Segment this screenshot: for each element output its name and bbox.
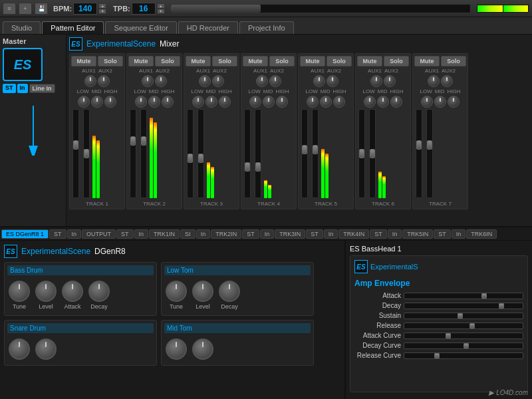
btab-st6[interactable]: ST bbox=[434, 229, 451, 239]
bpm-down[interactable]: ▼ bbox=[98, 9, 106, 14]
high-knob-7[interactable] bbox=[448, 96, 460, 108]
mid-knob-4[interactable] bbox=[263, 96, 275, 108]
btab-in2[interactable]: In bbox=[134, 229, 149, 239]
aux1-knob-3[interactable] bbox=[199, 75, 211, 87]
bpm-up[interactable]: ▲ bbox=[98, 3, 106, 9]
mid-knob-2[interactable] bbox=[148, 96, 160, 108]
aux1-knob-2[interactable] bbox=[142, 75, 154, 87]
tpb-up[interactable]: ▲ bbox=[157, 3, 165, 9]
mute-btn-6[interactable]: Mute bbox=[357, 56, 382, 66]
low-knob-4[interactable] bbox=[249, 96, 261, 108]
save-icon[interactable]: 💾 bbox=[35, 3, 48, 15]
mute-btn-3[interactable]: Mute bbox=[186, 56, 211, 66]
low-knob-5[interactable] bbox=[307, 96, 319, 108]
env-decay-curve-slider[interactable] bbox=[404, 342, 523, 349]
aux2-knob-6[interactable] bbox=[384, 75, 396, 87]
solo-btn-2[interactable]: Solo bbox=[155, 56, 180, 66]
mid-knob-6[interactable] bbox=[377, 96, 389, 108]
btab-in6[interactable]: In bbox=[388, 229, 402, 239]
new-icon[interactable]: + bbox=[19, 3, 32, 15]
mid-knob-7[interactable] bbox=[434, 96, 446, 108]
btab-st5[interactable]: ST bbox=[370, 229, 387, 239]
menu-icon[interactable]: ≡ bbox=[3, 3, 16, 15]
high-knob-2[interactable] bbox=[162, 96, 174, 108]
low-knob-7[interactable] bbox=[421, 96, 433, 108]
tab-hd-recorder[interactable]: HD Recorder bbox=[178, 21, 238, 34]
bass-tune-knob[interactable] bbox=[9, 281, 30, 302]
aux1-knob-6[interactable] bbox=[370, 75, 382, 87]
btab-trk6in[interactable]: TRK6IN bbox=[466, 229, 497, 239]
btab-trk2in[interactable]: TRK2IN bbox=[211, 229, 241, 239]
in-button[interactable]: In bbox=[17, 84, 28, 93]
high-knob-5[interactable] bbox=[333, 96, 345, 108]
mid-knob-5[interactable] bbox=[320, 96, 332, 108]
btab-output[interactable]: OUTPUT bbox=[82, 229, 116, 239]
btab-st2[interactable]: ST bbox=[116, 229, 134, 239]
solo-btn-5[interactable]: Solo bbox=[327, 56, 352, 66]
btab-trk3in[interactable]: TRK3IN bbox=[275, 229, 305, 239]
tab-sequence-editor[interactable]: Sequence Editor bbox=[105, 21, 176, 34]
aux2-knob-2[interactable] bbox=[155, 75, 167, 87]
lowtom-level-knob[interactable] bbox=[192, 281, 213, 302]
low-knob-6[interactable] bbox=[364, 96, 376, 108]
btab-trk1in[interactable]: TRK1IN bbox=[149, 229, 180, 239]
aux1-knob-5[interactable] bbox=[313, 75, 325, 87]
mute-btn-2[interactable]: Mute bbox=[128, 56, 154, 66]
tab-project-info[interactable]: Project Info bbox=[239, 21, 294, 34]
btab-st3[interactable]: ST bbox=[242, 229, 259, 239]
bass-attack-knob[interactable] bbox=[62, 281, 83, 302]
low-knob-1[interactable] bbox=[78, 96, 90, 108]
btab-in4[interactable]: In bbox=[260, 229, 275, 239]
aux1-knob-1[interactable] bbox=[84, 75, 96, 87]
btab-st[interactable]: ST bbox=[49, 229, 66, 239]
aux2-knob-3[interactable] bbox=[212, 75, 224, 87]
mute-btn-1[interactable]: Mute bbox=[71, 56, 96, 66]
aux1-knob-4[interactable] bbox=[256, 75, 268, 87]
mute-btn-4[interactable]: Mute bbox=[243, 56, 268, 66]
lowtom-tune-knob[interactable] bbox=[166, 281, 187, 302]
snare-knob1[interactable] bbox=[9, 338, 30, 360]
st-button[interactable]: ST bbox=[3, 84, 16, 93]
tpb-down[interactable]: ▼ bbox=[157, 9, 165, 14]
snare-knob2[interactable] bbox=[35, 338, 57, 360]
lowtom-decay-knob[interactable] bbox=[219, 281, 240, 302]
solo-btn-6[interactable]: Solo bbox=[384, 56, 409, 66]
midtom-knob2[interactable] bbox=[192, 338, 213, 360]
high-knob-1[interactable] bbox=[104, 96, 116, 108]
aux2-knob-1[interactable] bbox=[98, 75, 110, 87]
tab-studio[interactable]: Studio bbox=[3, 21, 41, 34]
env-attack-slider[interactable] bbox=[404, 293, 523, 299]
high-knob-4[interactable] bbox=[276, 96, 288, 108]
btab-si[interactable]: SI bbox=[180, 229, 196, 239]
btab-dgenr8[interactable]: ES DGenR8 1 bbox=[1, 229, 49, 239]
mute-btn-7[interactable]: Mute bbox=[414, 56, 440, 66]
low-knob-2[interactable] bbox=[135, 96, 147, 108]
btab-in7[interactable]: In bbox=[452, 229, 466, 239]
btab-in[interactable]: In bbox=[67, 229, 82, 239]
mute-btn-5[interactable]: Mute bbox=[300, 56, 325, 66]
bass-level-knob[interactable] bbox=[35, 281, 57, 302]
solo-btn-4[interactable]: Solo bbox=[269, 56, 295, 66]
btab-trk4in[interactable]: TRK4IN bbox=[338, 229, 369, 239]
transport-bar[interactable] bbox=[170, 4, 471, 13]
aux2-knob-4[interactable] bbox=[269, 75, 281, 87]
tpb-input[interactable] bbox=[132, 3, 156, 15]
solo-btn-7[interactable]: Solo bbox=[441, 56, 466, 66]
env-release-curve-slider[interactable] bbox=[404, 352, 523, 359]
aux2-knob-5[interactable] bbox=[327, 75, 338, 87]
env-attack-curve-slider[interactable] bbox=[404, 332, 523, 339]
tab-pattern-editor[interactable]: Pattern Editor bbox=[42, 21, 104, 34]
btab-st4[interactable]: ST bbox=[306, 229, 323, 239]
btab-in3[interactable]: In bbox=[196, 229, 211, 239]
btab-in5[interactable]: In bbox=[324, 229, 338, 239]
bass-decay-knob[interactable] bbox=[88, 281, 110, 302]
env-sustain-slider[interactable] bbox=[404, 313, 523, 319]
high-knob-6[interactable] bbox=[390, 96, 402, 108]
low-knob-3[interactable] bbox=[192, 96, 204, 108]
aux1-knob-7[interactable] bbox=[428, 75, 440, 87]
mid-knob-1[interactable] bbox=[91, 96, 103, 108]
solo-btn-1[interactable]: Solo bbox=[98, 56, 123, 66]
bpm-input[interactable] bbox=[73, 3, 97, 15]
btab-trk5in[interactable]: TRK5IN bbox=[402, 229, 433, 239]
aux2-knob-7[interactable] bbox=[441, 75, 453, 87]
